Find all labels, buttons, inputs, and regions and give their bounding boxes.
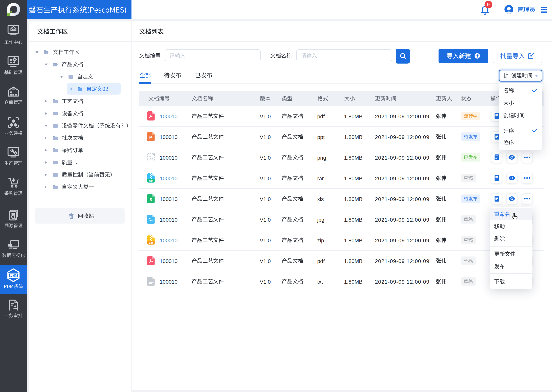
svg-text:zip: zip — [149, 241, 153, 244]
svg-text:P: P — [149, 135, 152, 140]
svg-text:PDM: PDM — [10, 273, 17, 277]
svg-text:rar: rar — [149, 179, 153, 182]
svg-text:X: X — [150, 197, 153, 202]
